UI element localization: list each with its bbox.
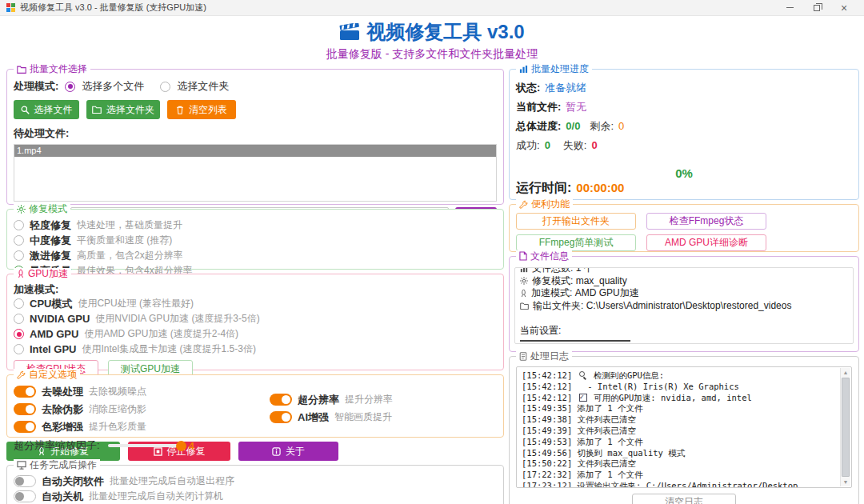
toggle-switch[interactable] bbox=[14, 386, 36, 398]
file-list[interactable]: 1.mp4 bbox=[14, 144, 497, 202]
amd-gpu-diagnose-button[interactable]: AMD GPU详细诊断 bbox=[646, 234, 766, 251]
radio-multi-files-label[interactable]: 选择多个文件 bbox=[82, 79, 144, 94]
log-line: [17:22:32] 添加了 1 个文件 bbox=[522, 470, 837, 481]
file-list-item[interactable]: 1.mp4 bbox=[14, 145, 496, 157]
toggle-denoise[interactable]: 去噪处理 去除视频噪点 bbox=[14, 384, 270, 399]
group-title: 任务完成后操作 bbox=[30, 459, 97, 470]
scale-factor-value: 4 bbox=[189, 440, 194, 452]
close-button[interactable]: × bbox=[830, 0, 858, 15]
repair-option-medium[interactable]: 中度修复 平衡质量和速度 (推荐) bbox=[14, 233, 497, 248]
search-icon bbox=[21, 106, 30, 114]
progress-percent: 0% bbox=[516, 166, 852, 180]
group-convenience-tools: 便利功能 打开输出文件夹 检查FFmpeg状态 FFmpeg简单测试 AMD G… bbox=[509, 204, 859, 252]
toggle-switch[interactable] bbox=[14, 490, 36, 502]
group-title: 文件信息 bbox=[530, 250, 569, 262]
log-line: [15:49:53] 添加了 1 个文件 bbox=[522, 437, 837, 448]
title-bar: 视频修复工具 v3.0 - 批量修复版 (支持GPU加速) × bbox=[0, 0, 864, 16]
folder-icon bbox=[17, 65, 26, 74]
trash-icon bbox=[176, 106, 184, 114]
repair-option-aggressive[interactable]: 激进修复 高质量，包含2x超分辨率 bbox=[14, 248, 497, 263]
gpu-option-nvidia[interactable]: NVIDIA GPU 使用NVIDIA GPU加速 (速度提升3-5倍) bbox=[14, 311, 497, 326]
toggle-switch[interactable] bbox=[14, 475, 36, 487]
repair-option-light[interactable]: 轻度修复 快速处理，基础质量提升 bbox=[14, 218, 497, 233]
group-title: 自定义选项 bbox=[29, 369, 77, 380]
gpu-option-amd[interactable]: AMD GPU 使用AMD GPU加速 (速度提升2-4倍) bbox=[14, 326, 497, 342]
group-batch-progress: 批量处理进度 状态: 准备就绪 当前文件: 暂无 总体进度: 0/0 剩余: 0… bbox=[509, 69, 859, 200]
open-output-folder-button[interactable]: 打开输出文件夹 bbox=[516, 213, 636, 230]
select-files-button[interactable]: 选择文件 bbox=[14, 100, 79, 119]
log-line: [15:42:12] 检测到的GPU信息: bbox=[522, 370, 837, 382]
toggle-auto-close[interactable]: 自动关闭软件 批量处理完成后自动退出程序 bbox=[14, 474, 497, 489]
bar-chart-icon bbox=[520, 267, 528, 273]
toggle-switch[interactable] bbox=[14, 403, 36, 415]
toggle-super-resolution[interactable]: 超分辨率 提升分辨率 bbox=[270, 392, 393, 407]
radio-folder-mode-label[interactable]: 选择文件夹 bbox=[177, 79, 229, 94]
toggle-color-enhance[interactable]: 色彩增强 提升色彩质量 bbox=[14, 419, 270, 434]
radio-icon[interactable] bbox=[14, 235, 24, 246]
remaining-label: 剩余: bbox=[590, 119, 614, 134]
log-line: [15:49:35] 添加了 1 个文件 bbox=[522, 403, 837, 414]
radio-icon[interactable] bbox=[14, 298, 24, 309]
radio-icon[interactable] bbox=[14, 220, 24, 230]
group-file-selection: 批量文件选择 处理模式: 选择多个文件 选择文件夹 选择文件 选择文件夹 清空列… bbox=[6, 69, 504, 205]
check-icon bbox=[579, 394, 587, 402]
check-ffmpeg-button[interactable]: 检查FFmpeg状态 bbox=[646, 213, 766, 230]
log-line: [17:23:12] 设置输出文件夹: C:/Users/Administrat… bbox=[522, 481, 837, 488]
overall-progress-label: 总体进度: bbox=[516, 119, 561, 134]
log-line: [15:42:12] 可用的GPU加速: nvidia, amd, intel bbox=[522, 393, 837, 404]
overall-progress-value: 0/0 bbox=[566, 120, 580, 132]
toggle-deartifact[interactable]: 去除伪影 消除压缩伪影 bbox=[14, 402, 270, 417]
radio-icon[interactable] bbox=[14, 314, 24, 324]
scrollbar-thumb[interactable] bbox=[842, 378, 850, 477]
group-title: 修复模式 bbox=[29, 203, 67, 214]
minimize-button[interactable] bbox=[776, 0, 803, 15]
scroll-down-icon[interactable]: ▼ bbox=[841, 478, 850, 486]
radio-folder-mode[interactable] bbox=[160, 82, 170, 92]
select-folder-button[interactable]: 选择文件夹 bbox=[86, 100, 160, 119]
group-gpu-acceleration: GPU加速 加速模式: CPU模式 使用CPU处理 (兼容性最好) NVIDIA… bbox=[6, 274, 504, 370]
app-logo-icon bbox=[6, 3, 16, 13]
remaining-value: 0 bbox=[618, 120, 624, 132]
file-info-line: 加速模式: AMD GPU加速 bbox=[520, 287, 848, 300]
log-line: [15:49:56] 切换到 max_quality 模式 bbox=[522, 448, 837, 459]
toggle-switch[interactable] bbox=[14, 421, 36, 433]
scale-factor-slider[interactable] bbox=[108, 444, 184, 447]
log-scrollbar[interactable]: ▲ ▼ bbox=[840, 368, 850, 486]
folder-icon bbox=[92, 106, 102, 114]
clear-log-button[interactable]: 清空日志 bbox=[632, 494, 736, 504]
toggle-switch[interactable] bbox=[270, 411, 292, 423]
success-value: 0 bbox=[545, 139, 550, 151]
group-post-task: 任务完成后操作 自动关闭软件 批量处理完成后自动退出程序 自动关机 批量处理完成… bbox=[6, 465, 504, 504]
file-info-line: 修复模式: max_quality bbox=[520, 275, 848, 288]
runtime-value: 00:00:00 bbox=[576, 181, 624, 194]
rocket-icon bbox=[17, 269, 25, 278]
group-file-info: 文件信息 文件总数: 1 个 修复模式: max_quality 加速模式: A… bbox=[509, 256, 859, 352]
toggle-switch[interactable] bbox=[270, 394, 292, 406]
ffmpeg-test-button[interactable]: FFmpeg简单测试 bbox=[516, 234, 636, 251]
search-icon bbox=[579, 371, 587, 379]
wrench-icon bbox=[17, 370, 26, 379]
page-title: 视频修复工具 v3.0 bbox=[366, 19, 524, 45]
radio-multi-files[interactable] bbox=[65, 82, 75, 92]
radio-icon[interactable] bbox=[14, 250, 24, 261]
bar-chart-icon bbox=[519, 65, 528, 74]
toggle-ai-enhance[interactable]: AI增强 智能画质提升 bbox=[270, 410, 393, 425]
file-info-blank-line bbox=[520, 312, 848, 325]
pending-files-label: 待处理文件: bbox=[14, 126, 497, 141]
minimize-icon bbox=[786, 7, 794, 8]
group-title: 处理日志 bbox=[530, 350, 569, 362]
scroll-up-icon[interactable]: ▲ bbox=[841, 368, 850, 377]
divider bbox=[520, 340, 630, 342]
toggle-auto-shutdown[interactable]: 自动关机 批量处理完成后自动关闭计算机 bbox=[14, 489, 497, 504]
fail-value: 0 bbox=[591, 139, 597, 151]
log-output: [15:42:12] 检测到的GPU信息:[15:42:12] - Intel(… bbox=[516, 366, 852, 488]
radio-icon[interactable] bbox=[14, 344, 24, 354]
slider-handle[interactable] bbox=[176, 441, 186, 451]
gpu-option-intel[interactable]: Intel GPU 使用Intel集成显卡加速 (速度提升1.5-3倍) bbox=[14, 342, 497, 357]
maximize-button[interactable] bbox=[803, 0, 830, 15]
clear-list-button[interactable]: 清空列表 bbox=[167, 100, 236, 119]
gpu-option-cpu[interactable]: CPU模式 使用CPU处理 (兼容性最好) bbox=[14, 296, 497, 311]
group-custom-options: 自定义选项 去噪处理 去除视频噪点 去除伪影 消除压缩伪影 色彩增强 提升色彩质… bbox=[6, 374, 504, 438]
scale-factor-label: 超分辨率缩放因子: bbox=[14, 438, 100, 453]
radio-icon[interactable] bbox=[14, 329, 24, 339]
